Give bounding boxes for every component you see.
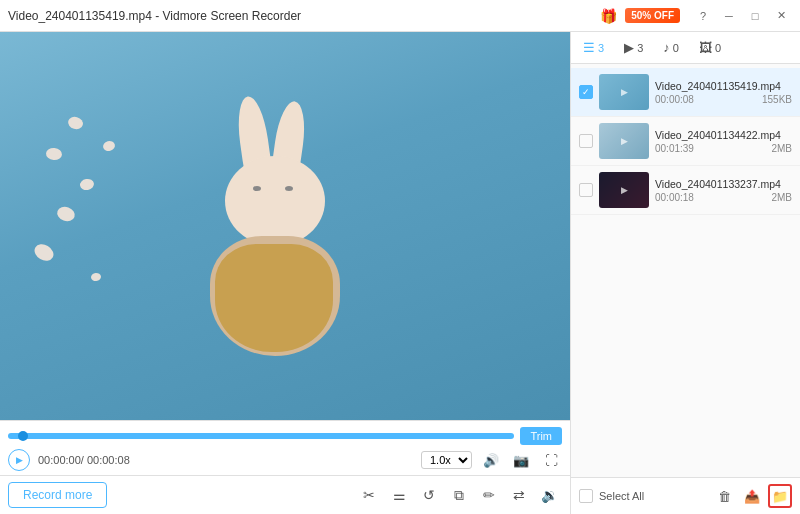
fullscreen-icon: ⛶ (545, 453, 558, 468)
tab-video[interactable]: ▶ 3 (620, 38, 647, 57)
file-info-2: Video_240401134422.mp4 00:01:39 2MB (655, 129, 792, 154)
main-container: Trim ▶ 00:00:00/ 00:00:08 0.5x 1.0x 1.5x… (0, 32, 800, 514)
toolbar-icons: ✂ ⚌ ↺ ⧉ ✏ ⇄ 🔉 (356, 482, 562, 508)
file-name-1: Video_240401135419.mp4 (655, 80, 792, 92)
time-display: 00:00:00/ 00:00:08 (38, 454, 130, 466)
file-info-3: Video_240401133237.mp4 00:00:18 2MB (655, 178, 792, 203)
scrubber-track[interactable] (8, 433, 514, 439)
trim-button[interactable]: Trim (520, 427, 562, 445)
file-size-2: 2MB (771, 143, 792, 154)
select-all-row: Select All 🗑 📤 📁 (579, 484, 792, 508)
rotate-icon: ↺ (423, 487, 435, 503)
tab-list[interactable]: ☰ 3 (579, 38, 608, 57)
panel-tabs: ☰ 3 ▶ 3 ♪ 0 🖼 0 (571, 32, 800, 64)
list-item[interactable]: ▶ Video_240401133237.mp4 00:00:18 2MB (571, 166, 800, 215)
file-checkbox-1[interactable]: ✓ (579, 85, 593, 99)
file-info-1: Video_240401135419.mp4 00:00:08 155KB (655, 80, 792, 105)
file-thumbnail-3: ▶ (599, 172, 649, 208)
left-panel: Trim ▶ 00:00:00/ 00:00:08 0.5x 1.0x 1.5x… (0, 32, 570, 514)
minimize-button[interactable]: ─ (718, 5, 740, 27)
file-name-2: Video_240401134422.mp4 (655, 129, 792, 141)
video-thumbnail (185, 96, 385, 356)
thumb-icon-3: ▶ (621, 185, 628, 195)
folder-button[interactable]: 📁 (768, 484, 792, 508)
scrubber-row: Trim (8, 427, 562, 445)
app-title: Video_240401135419.mp4 - Vidmore Screen … (8, 9, 301, 23)
video-count: 3 (637, 42, 643, 54)
record-more-button[interactable]: Record more (8, 482, 107, 508)
file-duration-1: 00:00:08 (655, 94, 694, 105)
bottom-toolbar: Record more ✂ ⚌ ↺ ⧉ ✏ ⇄ (0, 475, 570, 514)
image-icon: 🖼 (699, 40, 712, 55)
volume-icon: 🔊 (483, 453, 499, 468)
tab-image[interactable]: 🖼 0 (695, 38, 725, 57)
delete-button[interactable]: 🗑 (712, 484, 736, 508)
camera-icon: 📷 (513, 453, 529, 468)
convert-tool[interactable]: ⇄ (506, 482, 532, 508)
list-icon: ☰ (583, 40, 595, 55)
rotate-tool[interactable]: ↺ (416, 482, 442, 508)
volume-button[interactable]: 🔊 (480, 449, 502, 471)
list-item[interactable]: ✓ ▶ Video_240401135419.mp4 00:00:08 155K… (571, 68, 800, 117)
close-button[interactable]: ✕ (770, 5, 792, 27)
export-button[interactable]: 📤 (740, 484, 764, 508)
bunny-head (225, 156, 325, 246)
play-button[interactable]: ▶ (8, 449, 30, 471)
audio-count: 0 (673, 42, 679, 54)
file-checkbox-2[interactable] (579, 134, 593, 148)
cut-tool[interactable]: ✂ (356, 482, 382, 508)
thumb-icon-1: ▶ (621, 87, 628, 97)
select-all-label[interactable]: Select All (599, 490, 644, 502)
gift-icon: 🎁 (600, 8, 617, 24)
pencil-icon: ✏ (483, 487, 495, 503)
action-icons: 🗑 📤 📁 (712, 484, 792, 508)
file-name-3: Video_240401133237.mp4 (655, 178, 792, 190)
clone-tool[interactable]: ⧉ (446, 482, 472, 508)
file-duration-2: 00:01:39 (655, 143, 694, 154)
help-button[interactable]: ? (692, 5, 714, 27)
playback-row: ▶ 00:00:00/ 00:00:08 0.5x 1.0x 1.5x 2.0x… (8, 449, 562, 471)
list-item[interactable]: ▶ Video_240401134422.mp4 00:01:39 2MB (571, 117, 800, 166)
folder-icon: 📁 (772, 489, 788, 504)
file-size-1: 155KB (762, 94, 792, 105)
play-icon: ▶ (16, 455, 23, 465)
scrubber-thumb[interactable] (18, 431, 28, 441)
title-bar: Video_240401135419.mp4 - Vidmore Screen … (0, 0, 800, 32)
thumb-icon-2: ▶ (621, 136, 628, 146)
right-panel: ☰ 3 ▶ 3 ♪ 0 🖼 0 ✓ ▶ (570, 32, 800, 514)
file-meta-2: 00:01:39 2MB (655, 143, 792, 154)
file-list[interactable]: ✓ ▶ Video_240401135419.mp4 00:00:08 155K… (571, 64, 800, 477)
bunny-eye-left (253, 186, 261, 191)
bunny-eye-right (285, 186, 293, 191)
image-count: 0 (715, 42, 721, 54)
select-all-checkbox[interactable] (579, 489, 593, 503)
video-area (0, 32, 570, 420)
title-bar-right: 🎁 50% OFF ? ─ □ ✕ (600, 5, 792, 27)
convert-icon: ⇄ (513, 487, 525, 503)
video-icon: ▶ (624, 40, 634, 55)
file-meta-1: 00:00:08 155KB (655, 94, 792, 105)
maximize-button[interactable]: □ (744, 5, 766, 27)
scissors-icon: ✂ (363, 487, 375, 503)
fullscreen-button[interactable]: ⛶ (540, 449, 562, 471)
tab-audio[interactable]: ♪ 0 (659, 38, 683, 57)
trash-icon: 🗑 (718, 489, 731, 504)
file-thumbnail-1: ▶ (599, 74, 649, 110)
bunny-overall (215, 244, 333, 352)
file-thumbnail-2: ▶ (599, 123, 649, 159)
audio-tool[interactable]: 🔉 (536, 482, 562, 508)
clone-icon: ⧉ (454, 487, 464, 504)
audio-icon: 🔉 (541, 487, 558, 503)
screenshot-button[interactable]: 📷 (510, 449, 532, 471)
equalizer-icon: ⚌ (393, 487, 406, 503)
speed-select[interactable]: 0.5x 1.0x 1.5x 2.0x (421, 451, 472, 469)
edit-tool[interactable]: ✏ (476, 482, 502, 508)
title-bar-left: Video_240401135419.mp4 - Vidmore Screen … (8, 9, 301, 23)
equalizer-tool[interactable]: ⚌ (386, 482, 412, 508)
file-checkbox-3[interactable] (579, 183, 593, 197)
panel-bottom: Select All 🗑 📤 📁 (571, 477, 800, 514)
share-icon: 📤 (744, 489, 760, 504)
list-count: 3 (598, 42, 604, 54)
promo-badge[interactable]: 50% OFF (625, 8, 680, 23)
file-meta-3: 00:00:18 2MB (655, 192, 792, 203)
